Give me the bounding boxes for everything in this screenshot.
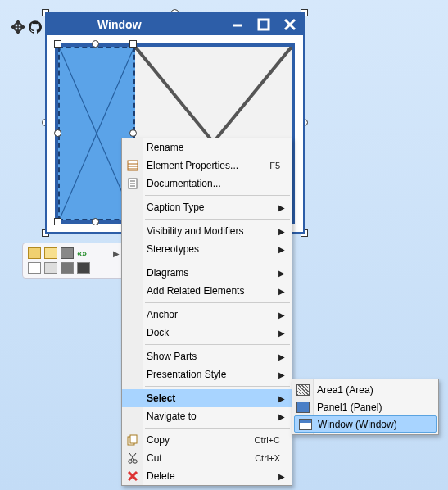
menu-presentation-style[interactable]: Presentation Style▶ <box>122 365 292 383</box>
svg-line-11 <box>214 47 292 143</box>
move-grip-icon[interactable] <box>11 20 25 36</box>
palette-swatch-dark[interactable] <box>77 262 90 274</box>
titlebar: Window <box>47 14 303 35</box>
menu-rename[interactable]: Rename <box>122 138 292 157</box>
delete-icon <box>125 469 140 483</box>
menu-stereotypes[interactable]: Stereotypes▶ <box>122 240 292 258</box>
area-handle-e[interactable] <box>129 129 137 137</box>
copy-icon <box>125 433 140 447</box>
area-handle-sw[interactable] <box>54 218 61 225</box>
stereotype-chevrons-icon[interactable]: «» <box>77 248 87 258</box>
svg-marker-5 <box>21 25 25 29</box>
properties-icon <box>125 158 140 173</box>
area-icon <box>296 384 310 396</box>
github-icon[interactable] <box>29 20 42 36</box>
area-handle-ne[interactable] <box>129 40 137 48</box>
submenu-panel1[interactable]: Panel1 (Panel) <box>292 398 438 415</box>
svg-marker-2 <box>16 20 20 24</box>
context-menu: Rename Element Properties...F5 Documenta… <box>121 138 292 486</box>
svg-point-24 <box>129 460 132 463</box>
palette-swatch-light[interactable] <box>44 262 57 274</box>
menu-add-related[interactable]: Add Related Elements▶ <box>122 282 292 300</box>
menu-show-parts[interactable]: Show Parts▶ <box>122 347 292 365</box>
palette-color-3[interactable] <box>61 247 74 259</box>
menu-delete[interactable]: Delete▶ <box>122 467 292 485</box>
area-handle-s[interactable] <box>92 218 99 225</box>
menu-element-properties[interactable]: Element Properties...F5 <box>122 157 292 175</box>
palette: «» ▶ <box>22 243 125 279</box>
area-handle-nw[interactable] <box>54 40 61 48</box>
menu-navigate-to[interactable]: Navigate to▶ <box>122 407 292 425</box>
menu-visibility-modifiers[interactable]: Visibility and Modifiers▶ <box>122 222 292 240</box>
menu-diagrams[interactable]: Diagrams▶ <box>122 264 292 282</box>
svg-marker-3 <box>16 30 20 34</box>
maximize-button[interactable] <box>251 14 277 35</box>
area-handle-n[interactable] <box>92 40 99 48</box>
menu-cut[interactable]: CutCtrl+X <box>122 449 292 467</box>
svg-marker-4 <box>11 25 15 29</box>
menu-anchor[interactable]: Anchor▶ <box>122 306 292 324</box>
palette-color-1[interactable] <box>28 247 41 259</box>
palette-color-2[interactable] <box>44 247 57 259</box>
panel-icon <box>296 402 310 413</box>
svg-rect-23 <box>130 435 137 443</box>
menu-dock[interactable]: Dock▶ <box>122 324 292 342</box>
select-submenu: Area1 (Area) Panel1 (Panel) Window (Wind… <box>292 379 439 435</box>
document-icon <box>125 176 140 191</box>
menu-copy[interactable]: CopyCtrl+C <box>122 431 292 449</box>
window-icon <box>299 419 312 430</box>
close-button[interactable] <box>277 14 303 35</box>
svg-rect-7 <box>259 20 269 29</box>
svg-line-10 <box>135 47 214 143</box>
submenu-window[interactable]: Window (Window) <box>294 415 437 433</box>
palette-swatch-white[interactable] <box>28 262 41 274</box>
palette-swatch-gray[interactable] <box>61 262 74 274</box>
menu-select[interactable]: Select▶ <box>122 389 292 407</box>
submenu-area1[interactable]: Area1 (Area) <box>292 381 438 398</box>
menu-caption-type[interactable]: Caption Type▶ <box>122 198 292 216</box>
minimize-button[interactable] <box>224 14 251 35</box>
cut-icon <box>125 451 140 465</box>
svg-point-25 <box>133 460 137 463</box>
window-title: Window <box>47 18 224 31</box>
menu-documentation[interactable]: Documentation... <box>122 175 292 193</box>
palette-expand-icon[interactable]: ▶ <box>113 249 120 258</box>
area-handle-w[interactable] <box>54 129 61 137</box>
